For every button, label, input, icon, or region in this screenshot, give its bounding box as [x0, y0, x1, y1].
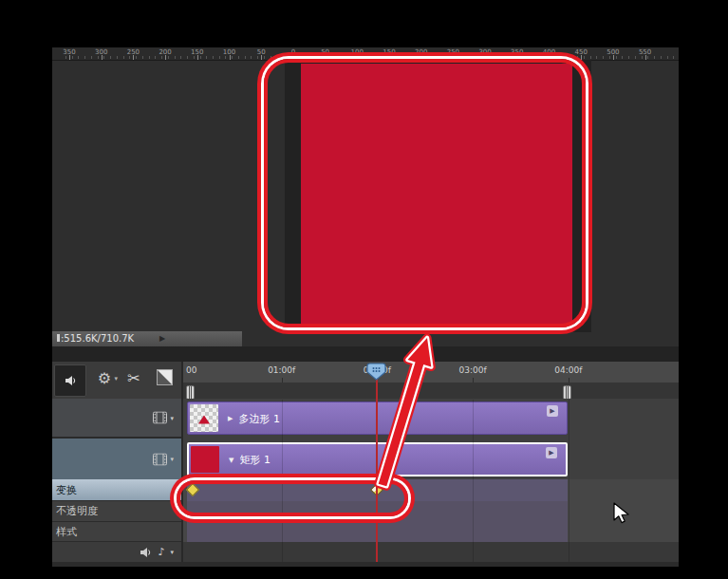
ruler-tick — [133, 55, 134, 60]
ruler-tick — [261, 55, 262, 60]
ruler-tick — [613, 55, 614, 60]
timeline-time-ruler[interactable]: 0001:00f02:00f03:00f04:00f — [183, 362, 679, 383]
time-ruler-label: 03:00f — [459, 365, 487, 375]
status-bar: :515.6K/710.7K ▶ — [52, 331, 242, 346]
filmstrip-icon — [153, 412, 167, 424]
timeline-toolbar: ⚙ ▾ ✂ — [52, 362, 182, 399]
audio-track-lane[interactable] — [183, 542, 679, 562]
ruler-tick — [165, 55, 166, 60]
clip-label: ▶ 多边形 1 — [228, 411, 280, 425]
speaker-icon — [65, 375, 77, 386]
work-area-bar — [183, 383, 679, 399]
annotation-keyframes-highlight — [177, 480, 408, 516]
time-ruler-label: 01:00f — [268, 365, 295, 375]
gear-icon: ⚙ — [98, 369, 111, 387]
audio-track-header: ♪ ▾ — [52, 542, 181, 562]
red-triangle-thumbnail — [198, 415, 210, 423]
chevron-down-icon: ▾ — [170, 456, 174, 463]
filmstrip-icon — [153, 453, 167, 465]
clip-thumbnail-transparent — [190, 404, 218, 432]
time-ruler-label: 00 — [186, 365, 196, 375]
screenshot-stage: 3503002502001501005005010015020025030035… — [0, 0, 728, 579]
split-at-playhead-button[interactable]: ✂ — [121, 366, 147, 391]
timeline-second-gridline — [473, 400, 474, 562]
speaker-icon[interactable] — [140, 547, 152, 558]
ruler-tick — [102, 55, 103, 60]
clipped-character-sliver — [57, 334, 60, 342]
scissors-icon: ✂ — [127, 369, 140, 387]
chevron-down-icon: ▾ — [114, 366, 118, 391]
property-lane-style[interactable] — [183, 522, 679, 543]
clip-thumbnail-red — [191, 446, 219, 473]
clip-name: 多边形 1 — [238, 411, 280, 425]
work-area-start-handle[interactable] — [186, 385, 195, 400]
property-label-opacity[interactable]: 不透明度 — [52, 501, 181, 522]
timeline-second-gridline — [569, 400, 569, 562]
work-area-end-handle[interactable] — [563, 385, 571, 400]
status-expand-icon[interactable]: ▶ — [159, 331, 165, 346]
timeline-panel-bottom-edge — [52, 562, 679, 567]
property-label-transform[interactable]: 变换 — [52, 479, 181, 501]
mouse-cursor-icon — [613, 502, 630, 525]
track-header-rectangle: ▾ — [52, 439, 181, 479]
clip-label: ▼ 矩形 1 — [229, 453, 271, 467]
transition-button[interactable] — [157, 369, 173, 385]
expand-collapsed-icon[interactable]: ▶ — [228, 415, 233, 422]
ruler-tick — [230, 55, 231, 60]
property-label-style[interactable]: 样式 — [52, 522, 181, 542]
track-filter-control[interactable]: ▾ — [153, 453, 174, 465]
music-note-icon[interactable]: ♪ — [158, 546, 164, 558]
clip-end-play-icon[interactable]: ▶ — [546, 447, 557, 458]
mute-audio-button[interactable] — [54, 364, 86, 397]
playhead-handle[interactable] — [366, 363, 386, 384]
clip-name: 矩形 1 — [239, 453, 271, 467]
chevron-down-icon: ▾ — [170, 414, 174, 421]
ruler-tick — [645, 55, 646, 60]
timeline-panel-top-edge — [52, 346, 679, 362]
chevron-down-icon[interactable]: ▾ — [170, 549, 174, 556]
track-header-polygon: ▾ — [52, 399, 181, 439]
expand-open-icon[interactable]: ▼ — [229, 456, 233, 463]
ruler-tick — [69, 55, 70, 60]
ruler-tick — [197, 55, 198, 60]
track-filter-control[interactable]: ▾ — [153, 412, 174, 424]
annotation-canvas-highlight — [264, 59, 586, 327]
time-ruler-label: 04:00f — [554, 365, 582, 375]
playhead-line — [376, 378, 378, 562]
timeline-settings-button[interactable]: ⚙ ▾ — [92, 366, 117, 391]
clip-end-play-icon[interactable]: ▶ — [547, 405, 558, 417]
document-size-text: :515.6K/710.7K — [61, 333, 134, 344]
